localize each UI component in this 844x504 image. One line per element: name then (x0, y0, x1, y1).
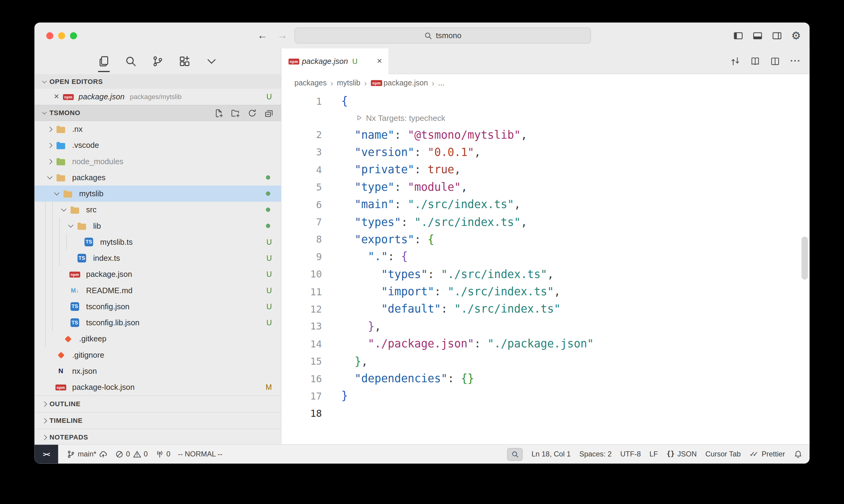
git-changes-dot (266, 175, 270, 180)
activity-more-views[interactable] (206, 55, 217, 67)
status-bar-right: Ln 18, Col 1Spaces: 2UTF-8LF{}JSONCursor… (507, 448, 809, 461)
section-notepads[interactable]: NOTEPADS (35, 429, 281, 445)
indent-guide (45, 266, 52, 282)
split-editor-button[interactable] (770, 56, 780, 66)
status-remote-indicator[interactable]: >< (35, 445, 58, 463)
toggle-secondary-sidebar-button[interactable] (772, 30, 782, 41)
vscode-window: ← → tsmono ⚙ OPEN EDITORS ×npmpackage.js… (35, 23, 810, 464)
indent-guide (45, 315, 52, 331)
tree-item-package-lock.json[interactable]: npmpackage-lock.jsonM (35, 379, 281, 395)
folder-icon (70, 206, 80, 214)
collapse-folders-button[interactable] (264, 108, 273, 118)
settings-button[interactable]: ⚙ (791, 30, 801, 41)
tree-item-tsconfig.json[interactable]: TStsconfig.jsonU (35, 298, 281, 314)
status-cursor-tab[interactable]: Cursor Tab (705, 450, 741, 458)
status-notifications[interactable] (794, 450, 802, 458)
chevron-right-icon (45, 127, 54, 131)
status-eol[interactable]: LF (649, 450, 658, 458)
typescript-icon: TS (77, 254, 86, 262)
section-outline[interactable]: OUTLINE (35, 395, 281, 412)
codelens[interactable]: Nx Targets: typecheck (282, 110, 810, 126)
close-icon[interactable]: × (377, 56, 382, 67)
explorer-section-header[interactable]: TSMONO (35, 105, 281, 121)
indent-guide (45, 186, 52, 202)
more-actions-button[interactable]: ··· (790, 56, 800, 66)
chevron-right-icon (45, 159, 54, 163)
status-language-mode[interactable]: {}JSON (667, 450, 697, 458)
breadcrumb-item[interactable]: ... (438, 78, 444, 87)
breadcrumb-separator: › (330, 78, 333, 87)
chevron-down-icon (41, 80, 48, 83)
chevron-down-icon (41, 112, 48, 114)
code-line-14: 14 "./package.json": "./package.json" (282, 335, 810, 353)
section-timeline[interactable]: TIMELINE (35, 412, 281, 429)
open-changes-button[interactable] (730, 56, 740, 66)
status-encoding[interactable]: UTF-8 (620, 450, 641, 458)
status-label: Ln 18, Col 1 (531, 450, 571, 458)
tree-item-index.ts[interactable]: TSindex.tsU (35, 250, 281, 266)
new-folder-button[interactable] (231, 108, 240, 118)
code-line-1: 1{ (282, 92, 810, 110)
folder-icon (77, 222, 87, 230)
tree-item-package.json[interactable]: npmpackage.jsonU (35, 266, 281, 282)
status-zoom[interactable] (507, 448, 523, 461)
tree-item-nx.json[interactable]: Nnx.json (35, 363, 281, 379)
status-broadcast[interactable]: 0 (155, 450, 170, 458)
tree-item-mytslib.ts[interactable]: TSmytslib.tsU (35, 234, 281, 250)
activity-extensions[interactable] (178, 55, 190, 67)
tree-item-label: package.json (86, 270, 132, 278)
window-controls (35, 32, 77, 39)
typescript-icon: TS (85, 238, 93, 246)
open-editors-title: OPEN EDITORS (49, 78, 103, 85)
open-preview-button[interactable] (750, 56, 760, 66)
breadcrumb-item[interactable]: npmpackage.json (371, 78, 428, 87)
close-window-button[interactable] (46, 32, 53, 39)
tree-item-node_modules[interactable]: node_modules (35, 153, 281, 169)
code-editor[interactable]: 1{Nx Targets: typecheck2 "name": "@tsmon… (282, 91, 810, 444)
tree-item-mytslib[interactable]: mytslib (35, 186, 281, 202)
tree-item-packages[interactable]: packages (35, 169, 281, 185)
tree-item-.vscode[interactable]: .vscode (35, 137, 281, 153)
activity-explorer[interactable] (98, 55, 110, 67)
tree-item-.gitkeep[interactable]: .gitkeep (35, 331, 281, 347)
tree-item-.nx[interactable]: .nx (35, 121, 281, 137)
toggle-primary-sidebar-button[interactable] (733, 30, 743, 41)
chevron-down-icon (66, 225, 74, 227)
tab-package-json[interactable]: npmpackage.jsonU× (282, 49, 389, 74)
close-editor-icon[interactable]: × (54, 91, 59, 102)
back-icon[interactable]: ← (257, 30, 268, 41)
line-number: 12 (282, 303, 324, 314)
tree-item-README.md[interactable]: M↓README.mdU (35, 282, 281, 298)
tree-item-lib[interactable]: lib (35, 218, 281, 234)
forward-icon[interactable]: → (277, 30, 288, 41)
indent-guide (59, 250, 66, 266)
status-cursor-position[interactable]: Ln 18, Col 1 (531, 450, 571, 458)
activity-search[interactable] (125, 55, 137, 67)
breadcrumb-item[interactable]: mytslib (337, 78, 360, 87)
status-git-branch[interactable]: main* (67, 450, 107, 458)
open-editor-item[interactable]: ×npmpackage.jsonpackages/mytslibU (35, 89, 281, 105)
tree-item-label: nx.json (72, 367, 97, 375)
open-editors-header[interactable]: OPEN EDITORS (35, 74, 281, 89)
breadcrumb-item[interactable]: packages (294, 78, 327, 87)
status-problems[interactable]: 00 (115, 450, 148, 458)
status-indentation[interactable]: Spaces: 2 (579, 450, 612, 458)
npm-icon: npm (371, 80, 382, 86)
cloud-upload-icon (99, 450, 108, 458)
scrollbar-thumb[interactable] (802, 237, 808, 280)
code-line-11: 11 "import": "./src/index.ts", (282, 283, 810, 301)
refresh-explorer-button[interactable] (248, 108, 257, 118)
tree-item-.gitignore[interactable]: .gitignore (35, 347, 281, 363)
tree-item-src[interactable]: src (35, 202, 281, 218)
status-vim-mode[interactable]: -- NORMAL -- (178, 450, 223, 458)
new-file-button[interactable] (214, 108, 223, 118)
minimize-window-button[interactable] (58, 32, 65, 39)
editor-actions: ··· (730, 49, 809, 74)
zoom-window-button[interactable] (70, 32, 77, 39)
activity-source-control[interactable] (152, 55, 164, 67)
toggle-panel-button[interactable] (753, 30, 763, 41)
tree-item-tsconfig.lib.json[interactable]: TStsconfig.lib.jsonU (35, 315, 281, 331)
status-formatter[interactable]: ✓✓Prettier (750, 450, 785, 458)
command-center-search[interactable]: tsmono (294, 28, 591, 43)
line-number: 17 (282, 391, 324, 402)
